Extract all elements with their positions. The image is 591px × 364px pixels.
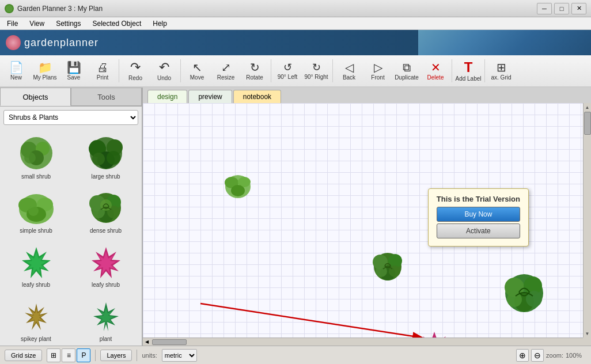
rotate-button[interactable]: ↻ Rotate: [241, 57, 268, 85]
brand-logo: gardenplanner: [6, 35, 99, 50]
toolbar-sep-4: [332, 59, 333, 82]
add-label-icon: T: [464, 60, 473, 74]
trial-popup: This is the Trial Version Buy Now Activa…: [428, 188, 529, 247]
list-item[interactable]: leafy shrub: [72, 239, 139, 291]
list-item[interactable]: large shrub: [72, 131, 139, 183]
undo-icon: ↶: [159, 61, 169, 74]
delete-button[interactable]: ✕ Delete: [422, 57, 449, 85]
print-button[interactable]: 🖨 Print: [89, 57, 116, 85]
menu-help[interactable]: Help: [148, 18, 172, 29]
toolbar-sep-3: [271, 59, 271, 82]
new-button[interactable]: 📄 New: [2, 57, 30, 85]
max-grid-label: ax. Grid: [491, 74, 511, 81]
undo-label: Undo: [157, 75, 171, 81]
rotate-left-button[interactable]: ↺ 90° Left: [274, 57, 301, 85]
large-shrub-icon: [86, 135, 126, 172]
category-select[interactable]: Shrubs & Plants Trees Flowers Vegetables…: [3, 110, 138, 125]
tab-preview[interactable]: preview: [188, 90, 232, 103]
zoom-out-button[interactable]: ⊖: [531, 349, 544, 362]
units-control: metric imperial: [162, 349, 197, 362]
small-shrub-icon: [16, 135, 56, 172]
scrollbar-corner: [583, 338, 591, 346]
scroll-thumb-horizontal[interactable]: [152, 339, 187, 345]
back-icon: ◁: [345, 62, 354, 73]
print-icon: 🖨: [97, 62, 108, 73]
tab-notebook[interactable]: notebook: [233, 90, 281, 103]
canvas-plant-3[interactable]: [503, 272, 546, 314]
duplicate-button[interactable]: ⧉ Duplicate: [393, 57, 420, 85]
back-button[interactable]: ◁ Back: [335, 57, 363, 85]
svg-point-10: [92, 153, 105, 165]
minimize-button[interactable]: ─: [537, 3, 552, 14]
dense-shrub-label: dense shrub: [90, 227, 122, 234]
menu-file[interactable]: File: [2, 18, 22, 29]
toolbar: 📄 New 📁 My Plans 💾 Save 🖨 Print ↷ Redo ↶…: [0, 55, 591, 88]
tab-design[interactable]: design: [147, 90, 187, 103]
scrollbar-horizontal[interactable]: ◀: [143, 338, 583, 346]
grid-size-button[interactable]: Grid size: [5, 350, 42, 361]
grid-icon[interactable]: ⊞: [47, 348, 60, 362]
max-grid-button[interactable]: ⊞ ax. Grid: [487, 57, 515, 85]
right-area: design preview notebook: [143, 88, 591, 346]
canvas-plant-1[interactable]: [223, 172, 252, 201]
app-title: Garden Planner 3 : My Plan: [17, 5, 537, 13]
list-item[interactable]: simple shrub: [2, 185, 70, 237]
list-item[interactable]: spikey plant: [2, 293, 70, 345]
tab-objects[interactable]: Objects: [0, 88, 71, 106]
list-item[interactable]: plant: [72, 293, 139, 345]
menu-settings[interactable]: Settings: [51, 18, 85, 29]
units-select[interactable]: metric imperial: [162, 349, 197, 362]
my-plans-button[interactable]: 📁 My Plans: [31, 57, 59, 85]
plant-icon: [86, 297, 126, 335]
front-label: Front: [371, 74, 384, 81]
toolbar-sep-6: [484, 59, 485, 82]
menu-selected-object[interactable]: Selected Object: [88, 18, 146, 29]
scroll-thumb-vertical[interactable]: [584, 112, 591, 135]
leafy-shrub-red-label: leafy shrub: [92, 282, 120, 288]
resize-button[interactable]: ⤢ Resize: [212, 57, 240, 85]
front-button[interactable]: ▷ Front: [364, 57, 392, 85]
list-icon[interactable]: ≡: [62, 348, 75, 362]
paragraph-icon[interactable]: P: [77, 348, 90, 362]
small-shrub-label: small shrub: [21, 173, 51, 180]
list-item[interactable]: small shrub: [2, 131, 70, 183]
list-item[interactable]: dense shrub: [72, 185, 139, 237]
canvas-plant-2[interactable]: [370, 250, 405, 283]
save-button[interactable]: 💾 Save: [60, 57, 88, 85]
undo-button[interactable]: ↶ Undo: [150, 57, 178, 85]
leafy-shrub-green-label: leafy shrub: [22, 282, 50, 288]
canvas-area[interactable]: ▲ ▼ ◀ This is the Trial Version Buy Now …: [143, 103, 591, 346]
svg-point-0: [6, 5, 13, 12]
zoom-in-button[interactable]: ⊕: [516, 349, 529, 362]
menu-view[interactable]: View: [25, 18, 49, 29]
buy-now-button[interactable]: Buy Now: [437, 207, 520, 222]
brand-rose-icon: [6, 35, 21, 50]
maximize-button[interactable]: □: [554, 3, 569, 14]
layers-button[interactable]: Layers: [100, 350, 132, 361]
brandbar: gardenplanner: [0, 30, 591, 55]
grid-view-controls: ⊞ ≡ P: [47, 348, 90, 362]
brand-name: gardenplanner: [24, 37, 99, 49]
myplans-label: My Plans: [33, 74, 56, 81]
left-panel: Objects Tools Shrubs & Plants Trees Flow…: [0, 88, 143, 346]
tab-tools[interactable]: Tools: [71, 88, 142, 106]
trial-title: This is the Trial Version: [437, 195, 520, 203]
new-icon: 📄: [9, 62, 24, 73]
leafy-shrub-red-icon: [86, 243, 126, 280]
toolbar-sep-1: [119, 59, 119, 82]
svg-point-41: [389, 266, 400, 277]
add-label-button[interactable]: T Add Label: [454, 57, 482, 85]
scroll-up-button[interactable]: ▲: [584, 103, 591, 111]
move-button[interactable]: ↖ Move: [183, 57, 211, 85]
scrollbar-vertical[interactable]: ▲ ▼: [583, 103, 591, 338]
rotate-right-button[interactable]: ↻ 90° Right: [302, 57, 330, 85]
list-item[interactable]: leafy shrub: [2, 239, 70, 291]
close-button[interactable]: ✕: [571, 3, 586, 14]
redo-button[interactable]: ↷ Redo: [122, 57, 149, 85]
main-area: Objects Tools Shrubs & Plants Trees Flow…: [0, 88, 591, 346]
scroll-left-button[interactable]: ◀: [143, 338, 151, 346]
scroll-down-button[interactable]: ▼: [584, 329, 591, 338]
activate-button[interactable]: Activate: [437, 223, 520, 238]
toolbar-sep-2: [180, 59, 181, 82]
max-grid-icon: ⊞: [497, 62, 506, 73]
